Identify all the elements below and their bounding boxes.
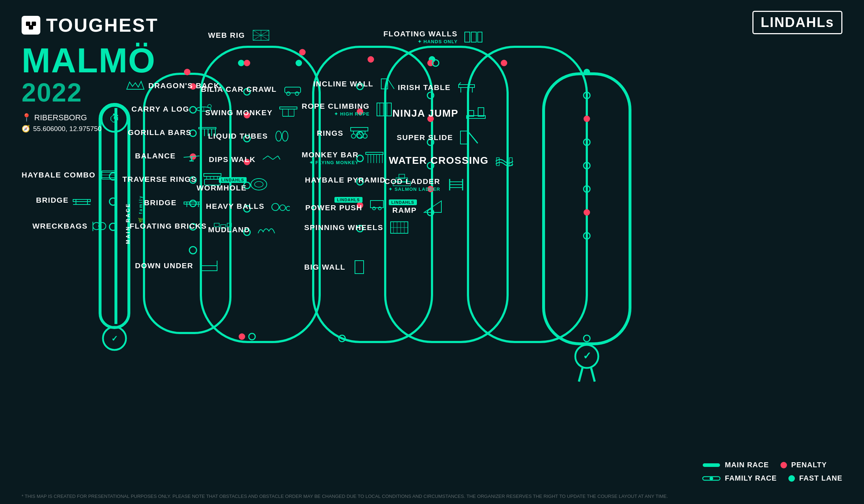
- legend-main-race: MAIN RACE: [702, 461, 769, 469]
- svg-text:✓: ✓: [583, 350, 591, 361]
- svg-rect-6: [544, 74, 630, 344]
- legend: MAIN RACE PENALTY FAMILY RACE FAST LANE: [702, 461, 842, 482]
- svg-rect-5: [468, 47, 587, 342]
- svg-point-61: [584, 233, 590, 239]
- obstacle-cod-ladder: COD LADDER ✦ SALMON LADDER: [384, 177, 465, 192]
- svg-point-135: [255, 181, 263, 187]
- svg-line-66: [591, 368, 595, 382]
- obstacle-irish-table: IRISH TABLE: [398, 81, 476, 94]
- svg-point-60: [584, 209, 590, 216]
- svg-point-129: [282, 131, 288, 141]
- svg-point-13: [429, 56, 435, 63]
- svg-point-120: [287, 92, 290, 95]
- logo-text: TOUGHEST: [46, 14, 158, 36]
- svg-point-151: [363, 134, 367, 138]
- svg-point-63: [575, 345, 598, 368]
- obstacle-ninja-jump: NINJA JUMP: [392, 105, 487, 121]
- legend-family-race: FAMILY RACE: [702, 474, 777, 482]
- obstacle-wormhole: LINDAHLS WORMHOLE: [197, 176, 268, 192]
- svg-point-56: [584, 116, 590, 122]
- svg-line-133: [278, 156, 280, 159]
- svg-point-38: [249, 333, 255, 340]
- svg-marker-86: [127, 81, 144, 89]
- svg-point-149: [351, 134, 356, 138]
- svg-rect-145: [351, 127, 368, 131]
- svg-point-121: [295, 92, 299, 95]
- obstacle-balance: BALANCE: [135, 149, 201, 162]
- legend-row-1: MAIN RACE PENALTY: [702, 461, 842, 469]
- svg-point-62: [584, 335, 590, 342]
- legend-row-2: FAMILY RACE FAST LANE: [702, 474, 842, 482]
- svg-rect-175: [459, 85, 474, 87]
- legend-fast-lane: FAST LANE: [788, 474, 842, 482]
- svg-point-9: [299, 49, 306, 55]
- svg-line-132: [273, 156, 278, 159]
- svg-rect-16: [100, 104, 129, 328]
- obstacle-power-push: LINDAHLS POWER PUSH: [305, 196, 385, 212]
- obstacle-big-wall: BIG WALL: [304, 259, 365, 275]
- obstacle-bridge-inner: BRIDGE: [144, 196, 202, 209]
- svg-point-194: [710, 477, 713, 480]
- svg-point-19: [109, 198, 117, 205]
- obstacle-wreckbags: WRECKBAGS: [32, 220, 107, 233]
- svg-rect-17: [114, 108, 117, 324]
- svg-marker-191: [424, 201, 441, 212]
- svg-text:🌿 family: 🌿 family: [138, 195, 143, 222]
- svg-rect-182: [460, 131, 468, 144]
- obstacle-dips-walk: DIPS WALK: [209, 153, 281, 166]
- obstacle-lindahls-ramp: LINDAHLS RAMP: [389, 199, 442, 215]
- svg-point-28: [189, 247, 197, 254]
- obstacle-floating-walls: FLOATING WALLS ✦ HANDS ONLY: [383, 30, 483, 45]
- svg-point-46: [339, 335, 345, 342]
- header: TOUGHEST: [22, 14, 158, 36]
- obstacle-heavy-balls: HEAVY BALLS: [206, 200, 290, 213]
- obstacle-bridge-outer: BRIDGE: [36, 194, 91, 207]
- svg-point-29: [244, 60, 250, 66]
- svg-line-140: [388, 79, 394, 89]
- svg-rect-152: [366, 152, 383, 154]
- svg-point-58: [584, 162, 590, 169]
- obstacle-web-rig: WEB RIG: [208, 29, 270, 42]
- svg-point-8: [238, 60, 244, 66]
- obstacle-bilia-car-crawl: BILIA CAR CRAWL: [201, 83, 302, 96]
- svg-point-20: [109, 223, 117, 230]
- obstacle-water-crossing: WATER CROSSING: [389, 154, 514, 167]
- svg-point-14: [501, 60, 507, 66]
- svg-point-134: [251, 179, 267, 190]
- obstacle-monkey-bar: MONKEY BAR ✦ FLYING MONKEY: [302, 150, 384, 166]
- obstacle-swing-monkey: SWING MONKEY: [205, 106, 298, 119]
- obstacle-rings: RINGS: [317, 127, 369, 140]
- svg-rect-181: [478, 108, 484, 116]
- city-name: MALMÖ: [22, 43, 156, 78]
- obstacle-mudland: MUDLAND: [208, 223, 275, 236]
- svg-rect-192: [703, 463, 720, 467]
- obstacle-incline-wall: INCLINE WALL: [313, 77, 396, 90]
- svg-line-130: [263, 156, 268, 159]
- svg-rect-139: [381, 79, 388, 89]
- svg-rect-90: [199, 127, 216, 129]
- svg-rect-174: [478, 32, 482, 42]
- svg-point-55: [584, 92, 590, 99]
- logo-icon: [22, 16, 40, 35]
- svg-line-65: [579, 368, 582, 382]
- svg-point-12: [429, 56, 435, 63]
- obstacle-liquid-tubes: LIQUID TUBES: [208, 130, 293, 143]
- svg-point-37: [239, 333, 245, 340]
- svg-point-138: [286, 206, 290, 211]
- obstacle-super-slide: SUPER SLIDE: [397, 130, 478, 145]
- svg-rect-123: [280, 107, 297, 109]
- obstacle-down-under: DOWN UNDER: [135, 259, 219, 272]
- svg-point-136: [272, 203, 279, 211]
- obstacle-carry-log: CARRY A LOG: [131, 103, 212, 116]
- svg-rect-141: [377, 103, 391, 116]
- svg-text:✓: ✓: [111, 334, 118, 343]
- svg-rect-111: [201, 266, 217, 271]
- svg-rect-173: [471, 32, 476, 42]
- svg-point-7: [184, 69, 190, 75]
- svg-rect-0: [100, 104, 129, 328]
- penalty-dot: [780, 462, 787, 468]
- svg-point-57: [584, 139, 590, 145]
- obstacle-spinning-wheels: SPINNING WHEELS: [304, 221, 409, 234]
- obstacle-rope-climbing: ROPE CLIMBING ✦ HIGH ROPE: [302, 102, 392, 117]
- obstacle-gorilla-bars: GORILLA BARS: [128, 126, 217, 139]
